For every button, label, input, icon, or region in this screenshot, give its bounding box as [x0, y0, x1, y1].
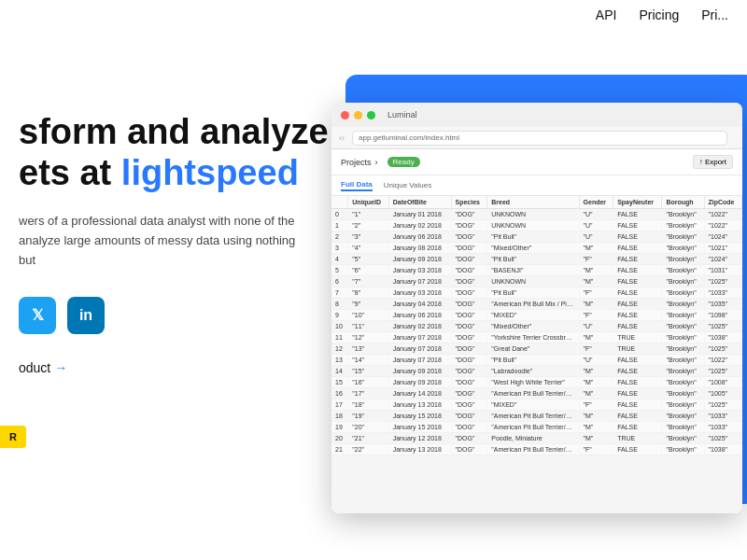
cell-spayneuter: FALSE [613, 444, 662, 455]
cell-gender: "M" [579, 422, 613, 433]
cta-link[interactable]: oduct→ [19, 360, 355, 375]
table-row: 15"16"January 09 2018"DOG""West High Whi… [331, 377, 742, 388]
browser-toolbar: ‹ › app.getluminal.com/index.html [331, 127, 742, 149]
table-row: 20"21"January 12 2018"DOG"Poodle, Miniat… [331, 433, 742, 444]
col-header-species[interactable]: Species [451, 196, 487, 209]
cell-species: "DOG" [451, 276, 487, 287]
cell-spayneuter: FALSE [613, 399, 662, 411]
hero-title: sform and analyze ets at lightspeed [19, 112, 355, 193]
cell-spayneuter: FALSE [613, 310, 662, 321]
cell-index: 6 [331, 276, 348, 287]
export-button[interactable]: ↑ Export [693, 155, 733, 169]
cell-zipcode: "1098" [704, 310, 742, 321]
cell-spayneuter: FALSE [613, 243, 662, 254]
tab-full-data[interactable]: Full Data [341, 180, 373, 191]
cell-species: "DOG" [451, 231, 487, 243]
projects-label[interactable]: Projects [341, 158, 372, 167]
cell-spayneuter: FALSE [613, 321, 662, 332]
cell-date: January 15 2018 [388, 411, 451, 422]
cell-breed: UNKNOWN [487, 276, 579, 287]
cell-index: 1 [331, 220, 348, 231]
cell-borough: "Brooklyn" [662, 310, 704, 321]
cell-borough: "Brooklyn" [662, 355, 704, 366]
linkedin-button[interactable]: in [67, 297, 105, 334]
col-header-spayneuter[interactable]: SpayNeuter [613, 196, 662, 209]
table-row: 16"17"January 14 2018"DOG""American Pit … [331, 388, 742, 399]
url-bar[interactable]: app.getluminal.com/index.html [352, 131, 727, 146]
cell-breed: "MIXED" [487, 399, 579, 411]
col-header-dateofbite[interactable]: DateOfBite [388, 196, 451, 209]
col-header-borough[interactable]: Borough [662, 196, 704, 209]
cell-borough: "Brooklyn" [662, 366, 704, 377]
cell-species: "DOG" [451, 366, 487, 377]
cell-breed: "MIXED" [487, 310, 579, 321]
cell-breed: "Yorkshire Terrier Crossbreed" [487, 332, 579, 343]
cell-uniqueid: "6" [348, 265, 388, 276]
status-badge: Ready [388, 157, 420, 167]
table-row: 6"7"January 07 2018"DOG"UNKNOWN"M"FALSE"… [331, 276, 742, 287]
cell-borough: "Brooklyn" [662, 321, 704, 332]
table-row: 9"10"January 06 2018"DOG""MIXED""F"FALSE… [331, 310, 742, 321]
cell-gender: "F" [579, 287, 613, 299]
cell-uniqueid: "10" [348, 310, 388, 321]
cell-date: January 02 2018 [388, 220, 451, 231]
cell-borough: "Brooklyn" [662, 287, 704, 299]
cell-breed: "American Pit Bull Mix / Pit Bull Mix" [487, 299, 579, 310]
cell-index: 5 [331, 265, 348, 276]
cell-index: 19 [331, 422, 348, 433]
cell-uniqueid: "14" [348, 355, 388, 366]
window-maximize-dot [367, 111, 375, 119]
nav-api[interactable]: API [596, 7, 617, 22]
window-close-dot [341, 111, 349, 119]
nav-pri[interactable]: Pri... [701, 7, 728, 22]
cell-gender: "M" [579, 332, 613, 343]
cell-gender: "M" [579, 377, 613, 388]
cell-date: January 12 2018 [388, 433, 451, 444]
nav-pricing[interactable]: Pricing [639, 7, 679, 22]
cell-uniqueid: "4" [348, 243, 388, 254]
col-header-gender[interactable]: Gender [579, 196, 613, 209]
twitter-button[interactable]: 𝕏 [19, 297, 56, 334]
cell-species: "DOG" [451, 377, 487, 388]
cell-breed: "American Pit Bull Terrier/Pit Bull" [487, 422, 579, 433]
cell-index: 7 [331, 287, 348, 299]
cell-species: "DOG" [451, 444, 487, 455]
hero-subtitle: wers of a professional data analyst with… [19, 212, 299, 270]
cell-spayneuter: TRUE [613, 343, 662, 355]
cell-species: "DOG" [451, 343, 487, 355]
table-row: 12"13"January 07 2018"DOG""Great Dane""F… [331, 343, 742, 355]
table-row: 14"15"January 09 2018"DOG""Labradoodle""… [331, 366, 742, 377]
cell-gender: "U" [579, 321, 613, 332]
cell-species: "DOG" [451, 388, 487, 399]
cell-breed: "Mixed/Other" [487, 243, 579, 254]
cell-borough: "Brooklyn" [662, 231, 704, 243]
cell-gender: "F" [579, 310, 613, 321]
col-header-uniqueid[interactable]: UniqueID [348, 196, 388, 209]
cell-breed: "BASENJI" [487, 265, 579, 276]
tab-bar: Full Data Unique Values [331, 175, 742, 196]
table-row: 21"22"January 13 2018"DOG""American Pit … [331, 444, 742, 455]
hero-title-line2: ets at [19, 153, 121, 192]
cell-uniqueid: "20" [348, 422, 388, 433]
cell-spayneuter: FALSE [613, 231, 662, 243]
cell-borough: "Brooklyn" [662, 377, 704, 388]
col-header-zipcode[interactable]: ZipCode [704, 196, 742, 209]
cell-species: "DOG" [451, 310, 487, 321]
cell-zipcode: "1025" [704, 433, 742, 444]
cell-gender: "F" [579, 444, 613, 455]
hero-title-highlight: lightspeed [121, 153, 299, 192]
cell-gender: "M" [579, 411, 613, 422]
cell-index: 4 [331, 254, 348, 265]
cell-date: January 13 2018 [388, 444, 451, 455]
cell-spayneuter: FALSE [613, 299, 662, 310]
tab-unique-values[interactable]: Unique Values [384, 181, 431, 189]
cell-borough: "Brooklyn" [662, 299, 704, 310]
cell-date: January 06 2018 [388, 231, 451, 243]
hero-left: sform and analyze ets at lightspeed wers… [0, 56, 355, 375]
cell-index: 10 [331, 321, 348, 332]
browser-titlebar: Luminal [331, 103, 742, 127]
cell-species: "DOG" [451, 399, 487, 411]
cell-borough: "Brooklyn" [662, 422, 704, 433]
col-header-breed[interactable]: Breed [487, 196, 579, 209]
table-row: 3"4"January 08 2018"DOG""Mixed/Other""M"… [331, 243, 742, 254]
